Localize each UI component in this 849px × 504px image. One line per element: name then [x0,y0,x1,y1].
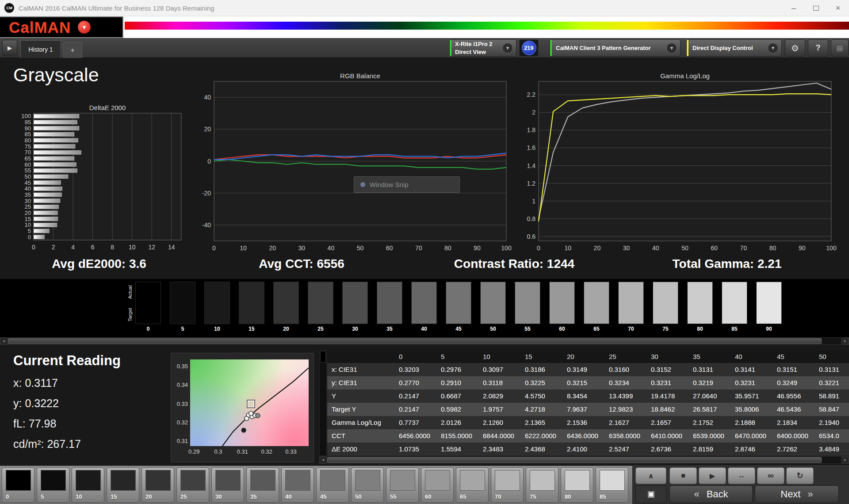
swatch-column-90: 90 [756,282,782,332]
next-button[interactable]: Next » [755,485,839,503]
swatch-scrollbar[interactable]: ◄ ► [0,337,849,345]
swatch-column-0: 0 [135,282,161,332]
patch-button-45[interactable]: 45 [316,467,349,503]
svg-text:10: 10 [240,244,247,252]
patch-label: 40 [285,493,291,500]
meter-selector[interactable]: X-Rite i1Pro 2 Direct View ▼ [449,39,516,57]
patch-button-5[interactable]: 5 [37,467,69,503]
patch-button-20[interactable]: 20 [142,467,174,503]
read-series-button[interactable]: ↔ [728,467,755,484]
chevron-down-icon: ▼ [82,24,87,31]
patch-button-10[interactable]: 10 [72,467,104,503]
pattern-dropdown-button[interactable]: ▼ [666,43,677,53]
patch-button-30[interactable]: 30 [211,467,244,503]
scroll-right-arrow[interactable]: ► [841,338,849,344]
table-cell: 0.2147 [396,403,438,416]
table-cell: 2.1752 [690,416,732,429]
swatch-label: 85 [722,326,747,332]
swatch-column-40: 40 [411,282,437,332]
patch-label: 55 [390,493,396,500]
patch-button-75[interactable]: 75 [526,467,558,503]
table-cell: 4.5750 [522,389,564,403]
window-snip-overlay: Window Snip [354,176,460,193]
read-once-button[interactable]: ▶ [699,467,726,484]
patch-button-65[interactable]: 65 [456,467,489,503]
svg-text:10: 10 [129,244,136,251]
patch-button-85[interactable]: 85 [596,467,628,503]
stop-button[interactable]: ■ [669,467,697,484]
svg-text:0: 0 [212,244,216,252]
logo-menu-button[interactable]: ▼ [78,21,91,34]
table-cell: 0.3186 [522,363,564,376]
help-button[interactable]: ? [808,39,828,57]
scroll-left-arrow[interactable]: ◄ [319,457,327,463]
table-cell: 6358.0000 [606,429,648,443]
grayscale-swatch-strip: Actual Target 05101520253035404550556065… [0,279,849,337]
patch-button-80[interactable]: 80 [561,467,593,503]
svg-text:6: 6 [91,244,95,251]
swatch-label: 25 [308,326,333,332]
restore-button[interactable] [805,0,827,16]
settings-button[interactable]: ⚙ [785,39,805,57]
patch-button-70[interactable]: 70 [491,467,524,503]
luminance-badge-frame[interactable]: 219 [519,39,539,57]
svg-text:12: 12 [148,244,155,251]
pattern-window-button[interactable] [635,485,666,503]
table-scrollbar[interactable]: ◄ ► [319,456,849,464]
svg-text:80: 80 [444,244,451,252]
display-control-selector[interactable]: Direct Display Control ▼ [686,39,782,57]
swatch-column-65: 65 [584,282,609,332]
swatch-40 [411,282,437,324]
forward-button[interactable]: ▶ [2,40,17,56]
patch-label: 85 [600,493,606,500]
tab-history-1[interactable]: History 1 [20,40,61,58]
window-title: CalMAN 2016 CalMAN Ultimate for Business… [19,4,783,12]
swatch-column-60: 60 [549,282,575,332]
patch-button-55[interactable]: 55 [386,467,419,503]
display-dropdown-button[interactable]: ▼ [768,43,778,53]
table-cell: 0.3131 [816,363,849,376]
layout-button[interactable]: ▤ [831,39,849,57]
minimize-button[interactable]: – [783,0,805,16]
cie-chart-panel: 0.350.340.330.320.310.290.30.310.320.33 [171,353,314,462]
table-cell: 12.9823 [606,403,648,416]
patch-button-50[interactable]: 50 [351,467,384,503]
swatch-column-35: 35 [377,282,402,332]
read-continuous-button[interactable]: ∞ [757,467,784,484]
table-cell: 6539.0000 [690,429,732,443]
close-button[interactable]: × [827,0,849,16]
svg-text:2: 2 [532,109,535,116]
meter-dropdown-button[interactable]: ▼ [502,43,513,53]
patch-chip [215,470,241,491]
column-header: 20 [564,350,606,363]
scrollbar-thumb[interactable] [8,338,822,344]
stat-avg-cct: Avg CCT: 6556 [209,257,394,271]
table-vertical-scrollbar[interactable] [319,350,327,456]
meter-status-accent [450,40,451,56]
patch-chip [320,470,345,491]
svg-text:14: 14 [168,244,175,251]
patch-button-35[interactable]: 35 [246,467,279,503]
display-status-accent [687,40,688,56]
patch-chip [285,470,310,491]
reading-fl: fL: 77.98 [13,417,56,430]
patch-button-0[interactable]: 0 [2,467,34,503]
stop-icon: ■ [681,472,685,480]
scrollbar-thumb[interactable] [320,351,326,363]
swatch-label: 55 [515,326,540,332]
transport-controls: ∧ ■ ▶ ↔ ∞ ↻ « Back Next » [632,466,849,504]
back-button[interactable]: « Back [669,485,753,503]
add-tab-button[interactable]: + [63,42,82,58]
scrollbar-thumb[interactable] [327,457,822,463]
patch-button-40[interactable]: 40 [281,467,314,503]
scroll-right-arrow[interactable]: ► [841,457,849,463]
pattern-generator-selector[interactable]: CalMAN Client 3 Pattern Generator ▼ [550,39,681,57]
patch-button-60[interactable]: 60 [421,467,454,503]
patch-button-15[interactable]: 15 [107,467,139,503]
scroll-left-arrow[interactable]: ◄ [0,338,8,344]
loop-button[interactable]: ↻ [786,467,814,484]
svg-text:70: 70 [415,244,422,252]
expand-up-button[interactable]: ∧ [635,467,666,484]
patch-button-25[interactable]: 25 [176,467,209,503]
patch-label: 75 [530,493,536,500]
